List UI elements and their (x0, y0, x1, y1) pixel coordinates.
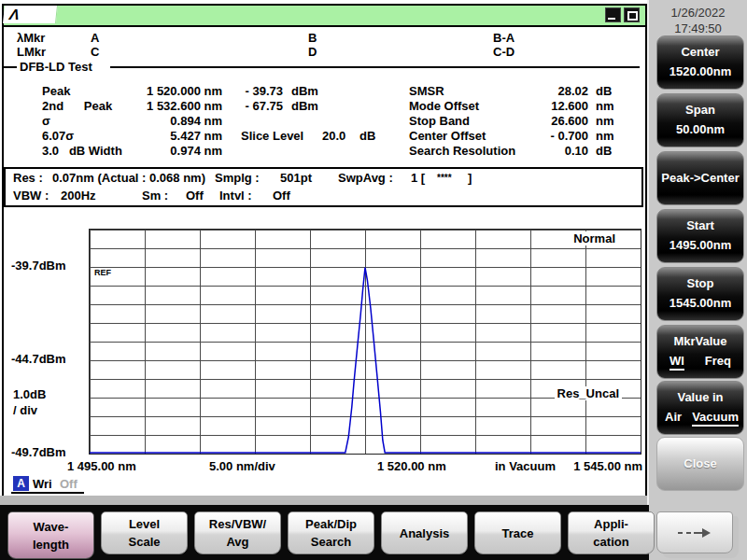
result-label: σ (42, 114, 50, 129)
minimize-button[interactable] (605, 7, 621, 22)
softkey-stop[interactable]: Stop 1545.00nm (656, 267, 744, 321)
anritsu-logo-icon: Λ (3, 6, 58, 23)
y-axis-ref-label: -39.7dBm (11, 259, 66, 273)
softkey-label: Start (657, 218, 743, 232)
menu-label: cation (593, 533, 628, 551)
marker-cd-label: C-D (493, 45, 514, 59)
sweep-settings-row1: Res : 0.07nm (Actual : 0.068 nm) Smplg :… (6, 169, 641, 187)
time-label: 17:49:50 (654, 21, 742, 36)
option-frequency[interactable]: Freq (705, 354, 731, 368)
x-stop-label: 1 545.00 nm (560, 459, 642, 473)
res-value: 0.07nm (Actual : 0.068 nm) (52, 169, 205, 187)
result-label: Stop Band (409, 114, 470, 129)
slice-level-unit: dB (359, 129, 375, 144)
marker-a-label: A (91, 31, 99, 45)
softkey-label: Peak->Center (657, 171, 743, 185)
result-value: 1 532.600 nm (103, 99, 222, 114)
vbw-label: VBW : (13, 187, 49, 204)
menu-wavelength[interactable]: Wave- length (7, 511, 94, 559)
menu-level-scale[interactable]: Level Scale (101, 511, 188, 554)
result-value: 12.600 (504, 99, 588, 114)
softkey-peak-to-center[interactable]: Peak->Center (656, 151, 744, 205)
softkey-mkr-value[interactable]: MkrValue Wl Freq (656, 325, 744, 379)
option-air[interactable]: Air (665, 410, 682, 424)
softkey-value: 1520.00nm (657, 64, 743, 78)
softkey-value: 1545.00nm (657, 296, 743, 310)
smplg-value: 501pt (280, 169, 312, 187)
marker-row-name: LMkr (17, 45, 46, 59)
softkey-span[interactable]: Span 50.00nm (656, 93, 744, 147)
menu-label: Analysis (400, 525, 449, 542)
softkey-center[interactable]: Center 1520.00nm (656, 35, 744, 90)
result-value: 0.10 (504, 144, 588, 159)
softkey-close[interactable]: Close (656, 437, 744, 491)
marker-b-label: B (308, 31, 317, 45)
result-label: Peak (42, 84, 70, 99)
legend-rule (110, 66, 640, 68)
trace-a-badge: A (13, 476, 29, 491)
menu-label: length (33, 536, 69, 553)
result-value: 0.894 nm (103, 114, 222, 129)
window-controls (605, 7, 640, 22)
y-scale-per-div: 1.0dB (13, 387, 46, 401)
spectrum-plot: REF Normal Res_Uncal (89, 229, 641, 455)
sm-label: Sm : (142, 187, 168, 204)
analysis-title: DFB-LD Test (20, 60, 92, 74)
analysis-section-header: DFB-LD Test (0, 60, 644, 74)
softkey-label: MkrValue (657, 334, 743, 348)
result-unit: nm (596, 114, 614, 129)
swpavg-label: SwpAvg : (338, 169, 393, 187)
result-row: Peak 1 520.000 nm - 39.73 dBm SMSR 28.02… (0, 84, 644, 99)
menu-label: Search (311, 533, 351, 551)
menu-trace[interactable]: Trace (474, 511, 561, 554)
x-per-div-label: 5.00 nm/div (209, 459, 275, 473)
option-vacuum[interactable]: Vacuum (692, 410, 739, 427)
result-label: 2nd Peak (42, 99, 112, 114)
menu-label: Wave- (34, 518, 69, 536)
trace-canvas (90, 230, 641, 454)
softkey-value-in[interactable]: Value in Air Vacuum (656, 381, 744, 435)
result-row: 6.07σ 5.427 nm Slice Level 20.0 dB Cente… (0, 129, 644, 144)
intvl-label: Intvl : (219, 187, 252, 204)
result-row: σ 0.894 nm Stop Band 26.600 nm (0, 114, 644, 129)
sm-value: Off (186, 187, 204, 204)
function-menu: Wave- length Level Scale Res/VBW/ Avg Pe… (7, 511, 655, 559)
result-level: - 39.73 (227, 84, 283, 99)
softkey-start[interactable]: Start 1495.00nm (656, 209, 744, 263)
analysis-results: Peak 1 520.000 nm - 39.73 dBm SMSR 28.02… (0, 84, 644, 159)
menu-next-page-button[interactable] (656, 511, 733, 553)
option-wavelength[interactable]: Wl (669, 354, 684, 371)
result-value: - 0.700 (504, 129, 588, 144)
result-unit: nm (596, 99, 614, 114)
menu-analysis[interactable]: Analysis (381, 511, 468, 554)
trace-write-mode: Wri (33, 477, 52, 491)
softkey-label: Value in (657, 390, 743, 404)
x-center-label: 1 520.00 nm (377, 459, 446, 473)
softkey-label: Center (657, 45, 743, 59)
spectrum-trace (90, 268, 641, 453)
menu-peak-dip-search[interactable]: Peak/Dip Search (288, 511, 374, 554)
marker-row-lambda: λMkr A B B-A (0, 31, 644, 45)
menu-application[interactable]: Appli- cation (568, 511, 655, 554)
result-label: Search Resolution (409, 144, 515, 159)
marker-ba-label: B-A (493, 31, 514, 45)
result-value: 26.600 (504, 114, 588, 129)
result-label: 6.07σ (42, 129, 74, 144)
swpavg-value: 1 [ (411, 169, 425, 187)
dashed-right-arrow-icon (675, 525, 714, 540)
swpavg-bracket: ] (468, 169, 472, 187)
result-value: 1 520.000 nm (103, 84, 222, 99)
menu-res-vbw-avg[interactable]: Res/VBW/ Avg (194, 511, 281, 554)
result-unit: dB (596, 84, 612, 99)
marker-row-name: λMkr (17, 31, 45, 45)
result-row: 2nd Peak 1 532.600 nm - 67.75 dBm Mode O… (0, 99, 644, 114)
menu-label: Peak/Dip (305, 515, 357, 533)
legend-dash (4, 66, 17, 68)
trace-state: Off (60, 477, 78, 491)
x-medium-label: in Vacuum (495, 459, 556, 473)
softkey-label: Stop (657, 276, 743, 290)
res-label: Res : (13, 169, 43, 187)
marker-c-label: C (91, 45, 99, 59)
softkey-value: 1495.00nm (657, 238, 743, 252)
maximize-button[interactable] (624, 7, 640, 22)
